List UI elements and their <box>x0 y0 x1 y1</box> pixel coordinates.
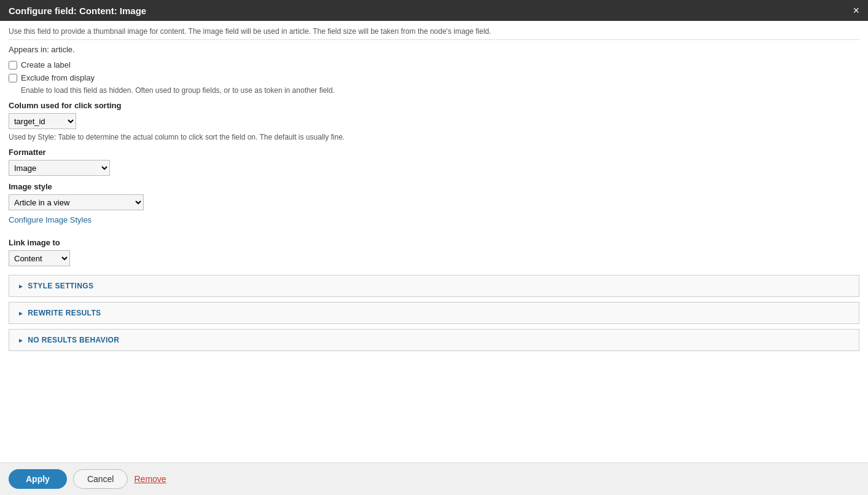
apply-button[interactable]: Apply <box>9 469 67 489</box>
link-image-label: Link image to <box>9 238 859 247</box>
image-style-label: Image style <box>9 182 859 191</box>
rewrite-results-section: ► REWRITE RESULTS <box>9 302 859 324</box>
link-image-select[interactable]: Content File Nothing <box>9 250 70 266</box>
no-results-header[interactable]: ► NO RESULTS BEHAVIOR <box>9 330 859 350</box>
create-label-row: Create a label <box>9 60 859 69</box>
rewrite-results-header[interactable]: ► REWRITE RESULTS <box>9 303 859 323</box>
style-settings-header[interactable]: ► STYLE SETTINGS <box>9 275 859 296</box>
close-button[interactable]: × <box>853 5 859 16</box>
modal-title: Configure field: Content: Image <box>9 6 146 16</box>
rewrite-results-label: REWRITE RESULTS <box>28 309 101 317</box>
formatter-label: Formatter <box>9 148 859 157</box>
exclude-help-text: Enable to load this field as hidden. Oft… <box>21 86 859 95</box>
exclude-display-row: Exclude from display <box>9 73 859 82</box>
configure-image-styles-link[interactable]: Configure Image Styles <box>9 215 92 224</box>
no-results-arrow: ► <box>18 337 24 344</box>
create-label-checkbox[interactable] <box>9 61 17 69</box>
configure-field-modal: Configure field: Content: Image × Use th… <box>0 0 868 495</box>
modal-footer: Apply Cancel Remove <box>0 462 868 495</box>
modal-body: Use this field to provide a thumbnail im… <box>0 21 868 462</box>
style-settings-section: ► STYLE SETTINGS <box>9 275 859 297</box>
create-label-text: Create a label <box>21 60 71 69</box>
style-settings-label: STYLE SETTINGS <box>28 282 93 290</box>
click-sorting-note: Used by Style: Table to determine the ac… <box>9 133 859 141</box>
exclude-display-text: Exclude from display <box>21 73 95 82</box>
appears-in-text: Appears in: article. <box>9 45 859 54</box>
style-settings-arrow: ► <box>18 283 24 290</box>
modal-header: Configure field: Content: Image × <box>0 0 868 21</box>
formatter-select[interactable]: Image URL to image None <box>9 160 110 176</box>
remove-button[interactable]: Remove <box>134 474 166 484</box>
rewrite-results-arrow: ► <box>18 310 24 317</box>
image-style-select[interactable]: Article in a view Large (480×480) Medium… <box>9 194 144 210</box>
cancel-button[interactable]: Cancel <box>73 469 128 489</box>
click-sorting-select[interactable]: target_id <box>9 113 76 129</box>
no-results-label: NO RESULTS BEHAVIOR <box>28 336 119 344</box>
exclude-display-checkbox[interactable] <box>9 74 17 82</box>
no-results-section: ► NO RESULTS BEHAVIOR <box>9 329 859 351</box>
click-sorting-label: Column used for click sorting <box>9 101 859 110</box>
top-note: Use this field to provide a thumbnail im… <box>9 27 859 40</box>
